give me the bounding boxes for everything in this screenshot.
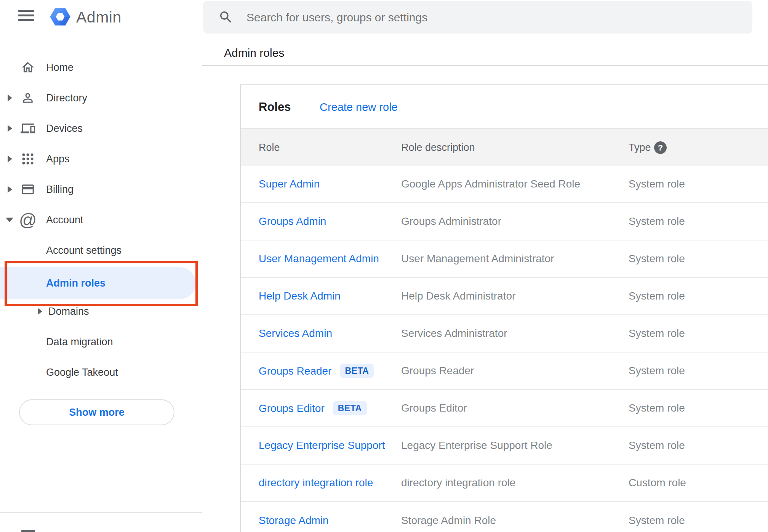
table-header-row: Role Role description Type ?: [241, 128, 768, 166]
sidebar-bottom-divider: [0, 512, 202, 513]
sidebar-item-apps[interactable]: Apps: [0, 144, 202, 174]
role-description: User Management Administrator: [401, 253, 554, 265]
column-header-role: Role: [259, 141, 280, 153]
role-description: Legacy Enterprise Support Role: [401, 439, 552, 452]
card-header: Roles Create new role: [241, 85, 768, 128]
sidebar-item-label: Devices: [46, 123, 83, 135]
column-header-type: Type: [629, 141, 651, 153]
table-row: Groups EditorBETA Groups Editor System r…: [241, 390, 768, 427]
sidebar-item-google-takeout[interactable]: Google Takeout: [0, 357, 202, 388]
sidebar-item-label: Apps: [46, 153, 70, 165]
sidebar-item-label: Home: [46, 62, 74, 74]
role-link[interactable]: Super Admin: [259, 178, 320, 190]
role-type: System role: [629, 327, 685, 340]
table-row: Groups ReaderBETA Groups Reader System r…: [241, 353, 768, 390]
sidebar-item-admin-roles[interactable]: Admin roles: [0, 268, 202, 299]
role-type: System role: [629, 402, 685, 414]
search-bar[interactable]: [203, 1, 752, 34]
role-type: System role: [629, 253, 685, 265]
role-description: Groups Reader: [401, 365, 474, 377]
hamburger-menu-icon[interactable]: [18, 10, 34, 21]
beta-badge: BETA: [333, 401, 367, 415]
role-link[interactable]: Groups ReaderBETA: [259, 364, 374, 378]
clipped-bottom-icon: [21, 530, 35, 532]
role-description: directory integration role: [401, 477, 515, 489]
role-description: Groups Administrator: [401, 215, 501, 228]
table-row: Groups Admin Groups Administrator System…: [241, 203, 768, 240]
role-link[interactable]: Legacy Enterprise Support: [259, 439, 385, 452]
sidebar-item-billing[interactable]: Billing: [0, 174, 202, 205]
sidebar-item-label: Directory: [46, 92, 87, 104]
table-row: Storage Admin Storage Admin Role System …: [241, 502, 768, 532]
search-input[interactable]: [246, 1, 735, 34]
sidebar-item-label: Domains: [48, 306, 89, 317]
sidebar-item-label: Data migration: [46, 336, 113, 348]
table-row: User Management Admin User Management Ad…: [241, 240, 768, 278]
table-row: Services Admin Services Administrator Sy…: [241, 315, 768, 353]
breadcrumb: Admin roles: [224, 46, 284, 59]
expand-arrow-icon[interactable]: [8, 95, 12, 101]
roles-card: Roles Create new role Role Role descript…: [240, 84, 768, 532]
table-row: directory integration role directory int…: [241, 465, 768, 502]
show-more-button[interactable]: Show more: [19, 399, 174, 425]
sidebar-item-account-settings[interactable]: Account settings: [0, 235, 202, 266]
sidebar-item-directory[interactable]: Directory: [0, 83, 202, 113]
role-link[interactable]: Groups EditorBETA: [259, 401, 367, 415]
sidebar-item-data-migration[interactable]: Data migration: [0, 327, 202, 357]
role-link[interactable]: Help Desk Admin: [259, 290, 341, 302]
sidebar-item-devices[interactable]: Devices: [0, 113, 202, 144]
table-row: Help Desk Admin Help Desk Administrator …: [241, 278, 768, 315]
devices-icon: [21, 121, 35, 136]
help-icon[interactable]: ?: [654, 141, 667, 154]
role-link[interactable]: Groups Admin: [259, 215, 326, 228]
sidebar-item-home[interactable]: Home: [0, 52, 202, 83]
role-link[interactable]: directory integration role: [259, 477, 373, 489]
role-description: Help Desk Administrator: [401, 290, 515, 302]
person-icon: [21, 91, 35, 105]
role-type: Custom role: [629, 477, 686, 489]
role-description: Google Apps Administrator Seed Role: [401, 178, 580, 190]
create-new-role-link[interactable]: Create new role: [320, 101, 398, 114]
column-header-role-description: Role description: [401, 141, 475, 153]
sidebar-item-label: Account: [46, 214, 83, 226]
beta-badge: BETA: [340, 364, 374, 378]
sidebar: Admin Home Directory Devices A: [0, 0, 202, 532]
home-icon: [21, 60, 35, 75]
admin-logo-icon: [48, 5, 72, 29]
credit-card-icon: [21, 182, 35, 197]
expand-arrow-icon[interactable]: [8, 186, 12, 193]
apps-grid-icon: [21, 152, 35, 166]
role-type: System role: [629, 365, 685, 377]
role-type: System role: [629, 439, 685, 452]
role-link[interactable]: User Management Admin: [259, 253, 379, 265]
role-type: System role: [629, 178, 685, 190]
sidebar-item-domains[interactable]: Domains: [0, 296, 202, 327]
role-description: Storage Admin Role: [401, 514, 496, 527]
expand-arrow-icon[interactable]: [38, 308, 42, 315]
sidebar-item-account[interactable]: @ Account: [0, 205, 202, 235]
section-title: Roles: [259, 100, 291, 114]
sidebar-item-label: Billing: [46, 184, 74, 195]
role-link[interactable]: Storage Admin: [259, 514, 329, 527]
sidebar-item-label: Google Takeout: [46, 367, 118, 378]
role-description: Groups Editor: [401, 402, 467, 414]
header-divider: [202, 65, 768, 66]
app-title: Admin: [76, 8, 122, 26]
sidebar-item-label: Account settings: [46, 245, 122, 256]
sidebar-item-label: Admin roles: [46, 277, 106, 289]
expand-arrow-icon[interactable]: [8, 155, 12, 162]
role-description: Services Administrator: [401, 327, 507, 340]
table-row: Legacy Enterprise Support Legacy Enterpr…: [241, 427, 768, 465]
role-type: System role: [629, 514, 685, 527]
collapse-arrow-icon[interactable]: [6, 218, 13, 222]
role-type: System role: [629, 290, 685, 302]
role-type: System role: [629, 215, 685, 228]
show-more-label: Show more: [69, 407, 125, 418]
at-sign-icon: @: [21, 213, 35, 227]
table-row: Super Admin Google Apps Administrator Se…: [241, 166, 768, 203]
expand-arrow-icon[interactable]: [8, 125, 12, 132]
role-link[interactable]: Services Admin: [259, 327, 332, 340]
search-icon: [218, 10, 234, 25]
